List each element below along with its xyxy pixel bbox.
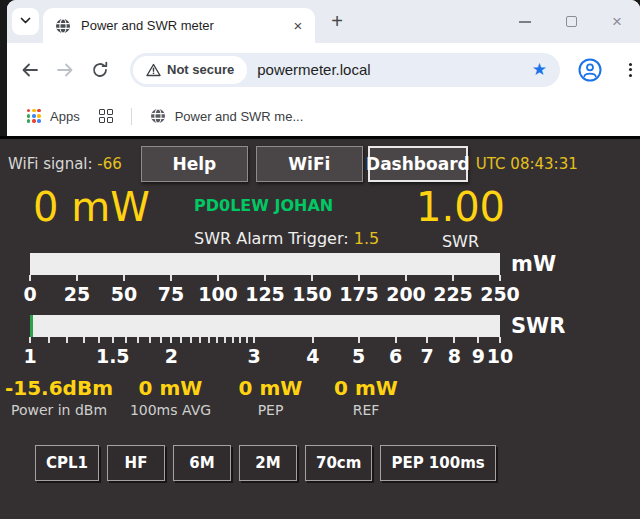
stat-dbm: -15.6dBm Power in dBm	[0, 376, 118, 418]
swr-scale-tick	[149, 337, 151, 343]
swr-scale-tick	[253, 337, 255, 343]
6m-button[interactable]: 6M	[173, 445, 231, 481]
power-scale-tick	[123, 275, 125, 281]
swr-scale-tick	[312, 337, 314, 343]
back-button[interactable]	[17, 57, 43, 83]
swr-scale-tick	[98, 337, 100, 343]
power-meter: mW 0255075100125150175200225250	[0, 253, 640, 311]
address-bar[interactable]: Not secure powermeter.local ★	[130, 53, 560, 87]
security-label: Not secure	[167, 62, 234, 77]
stat-ref: 0 mW REF	[318, 376, 414, 418]
stat-avg: 0 mW 100ms AVG	[118, 376, 223, 418]
swr-scale-label: 1	[23, 345, 36, 367]
globe-favicon-icon	[55, 18, 71, 34]
70cm-button[interactable]: 70cm	[305, 445, 372, 481]
utc-clock: UTC 08:43:31	[476, 155, 578, 173]
swr-scale-label: 2	[165, 345, 178, 367]
url-text[interactable]: powermeter.local	[257, 61, 532, 78]
new-tab-button[interactable]: +	[323, 8, 351, 36]
swr-scale-label: 5	[352, 345, 365, 367]
band-button-row: CPL1 HF 6M 2M 70cm PEP 100ms	[35, 445, 496, 481]
swr-alarm-value: 1.5	[354, 229, 379, 248]
swr-scale-tick	[499, 337, 501, 343]
tab-search-button[interactable]	[12, 8, 39, 35]
power-scale-label: 100	[198, 283, 238, 305]
power-scale-label: 50	[111, 283, 137, 305]
power-scale-label: 125	[245, 283, 285, 305]
window-close-button[interactable]: ×	[594, 0, 640, 43]
cpl1-button[interactable]: CPL1	[35, 445, 99, 481]
bookmarks-bar: Apps Power and SWR me...	[7, 96, 640, 136]
swr-meter-fill	[30, 315, 33, 337]
swr-scale-tick	[426, 337, 428, 343]
swr-scale-tick	[83, 337, 85, 343]
power-scale-tick	[311, 275, 313, 281]
swr-scale-tick	[29, 337, 31, 343]
power-scale-tick	[358, 275, 360, 281]
power-scale-tick	[405, 275, 407, 281]
callsign: PD0LEW JOHAN	[194, 196, 333, 215]
reload-button[interactable]	[87, 57, 113, 83]
apps-label[interactable]: Apps	[50, 109, 80, 124]
swr-scale-label: 6	[389, 345, 402, 367]
power-scale-tick	[452, 275, 454, 281]
swr-scale-tick	[199, 337, 201, 343]
swr-scale-tick	[246, 337, 248, 343]
tab-groups-icon[interactable]	[99, 109, 114, 124]
swr-scale-label: 10	[487, 345, 513, 367]
tab-close-icon[interactable]: ×	[289, 17, 307, 35]
stat-avg-value: 0 mW	[118, 376, 223, 400]
power-scale-label: 0	[23, 283, 36, 305]
swr-scale-tick	[232, 337, 234, 343]
minimize-icon	[519, 21, 531, 23]
power-scale-label: 150	[292, 283, 332, 305]
wifi-signal-label: WiFi signal: -66	[8, 155, 122, 173]
power-scale-tick	[264, 275, 266, 281]
warning-icon	[146, 63, 161, 77]
browser-tab[interactable]: Power and SWR meter ×	[43, 8, 315, 43]
power-meter-bar	[30, 253, 500, 275]
browser-menu-button[interactable]	[621, 57, 639, 83]
swr-scale-tick	[160, 337, 162, 343]
swr-scale-tick	[453, 337, 455, 343]
hf-button[interactable]: HF	[107, 445, 165, 481]
browser-toolbar: Not secure powermeter.local ★	[7, 43, 640, 96]
stat-dbm-value: -15.6dBm	[0, 376, 118, 400]
wifi-signal-value: -66	[97, 155, 122, 173]
swr-scale-tick	[170, 337, 172, 343]
swr-meter-unit: SWR	[511, 314, 565, 338]
minimize-button[interactable]	[502, 0, 548, 43]
maximize-button[interactable]	[548, 0, 594, 43]
bookmark-star-icon[interactable]: ★	[532, 59, 547, 80]
bookmark-item[interactable]: Power and SWR me...	[175, 109, 304, 124]
apps-grid-icon[interactable]	[27, 109, 41, 123]
help-button[interactable]: Help	[141, 146, 248, 182]
power-scale-tick	[170, 275, 172, 281]
2m-button[interactable]: 2M	[239, 445, 297, 481]
browser-window-chrome: Power and SWR meter × + × Not secure	[7, 0, 640, 136]
power-readout: 0 mW	[33, 184, 150, 230]
swr-scale-tick	[48, 337, 50, 343]
swr-scale-tick	[112, 337, 114, 343]
swr-scale-tick	[224, 337, 226, 343]
power-scale-label: 200	[386, 283, 426, 305]
power-scale-tick	[76, 275, 78, 281]
stat-ref-value: 0 mW	[318, 376, 414, 400]
swr-meter-bar	[30, 315, 500, 337]
stat-ref-label: REF	[318, 402, 414, 418]
pep-100ms-button[interactable]: PEP 100ms	[380, 445, 495, 481]
tab-title: Power and SWR meter	[81, 18, 289, 33]
security-chip[interactable]: Not secure	[133, 56, 247, 84]
power-scale-label: 250	[480, 283, 520, 305]
dashboard-button[interactable]: Dashboard	[368, 146, 468, 182]
profile-icon[interactable]	[577, 57, 603, 83]
power-meter-unit: mW	[511, 252, 556, 276]
page-header-row: WiFi signal: -66 Help WiFi Dashboard UTC…	[0, 144, 640, 184]
swr-scale-tick	[125, 337, 127, 343]
wifi-button[interactable]: WiFi	[256, 146, 363, 182]
swr-scale-tick	[477, 337, 479, 343]
stats-row: -15.6dBm Power in dBm 0 mW 100ms AVG 0 m…	[0, 376, 414, 418]
swr-scale-label: 8	[448, 345, 461, 367]
forward-button[interactable]	[52, 57, 78, 83]
swr-meter: SWR 11.52345678910	[0, 315, 640, 373]
